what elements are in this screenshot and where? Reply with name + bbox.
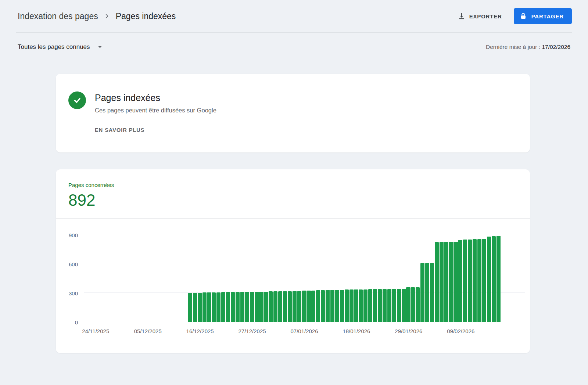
chart-y-tick-label: 300	[69, 290, 78, 296]
status-card: Pages indexées Ces pages peuvent être di…	[56, 74, 530, 152]
chart-bar[interactable]	[444, 242, 448, 322]
chart-bar[interactable]	[264, 292, 268, 322]
chart-x-tick-label: 29/01/2026	[395, 328, 422, 334]
chart-bar[interactable]	[221, 292, 225, 322]
export-button[interactable]: EXPORTER	[455, 9, 504, 23]
chart-bar[interactable]	[430, 263, 434, 322]
metric-block: Pages concernées 892	[56, 169, 530, 218]
chart-x-tick-label: 16/12/2025	[186, 328, 214, 334]
chart-y-tick-label: 900	[69, 232, 78, 238]
chart-bar[interactable]	[207, 292, 211, 322]
chart-bar[interactable]	[273, 291, 277, 322]
chart-bar[interactable]	[202, 292, 207, 322]
chart: 0300600900	[56, 219, 530, 322]
chart-bar[interactable]	[345, 289, 349, 322]
chart-bar[interactable]	[453, 242, 458, 322]
chart-bar[interactable]	[330, 290, 334, 322]
chart-bar[interactable]	[359, 289, 363, 322]
chevron-down-icon	[96, 43, 104, 51]
chart-bar[interactable]	[226, 292, 230, 322]
chart-bar[interactable]	[255, 292, 259, 322]
chart-bar[interactable]	[449, 242, 453, 322]
toolbar: Toutes les pages connues Dernière mise à…	[16, 33, 572, 51]
chart-bar[interactable]	[269, 291, 273, 322]
pages-filter-label: Toutes les pages connues	[18, 43, 90, 51]
page-title: Pages indexées	[116, 11, 176, 21]
chart-bar[interactable]	[440, 242, 444, 322]
chart-bar[interactable]	[406, 287, 410, 322]
breadcrumb: Indexation des pages Pages indexées	[16, 11, 176, 21]
chart-bar[interactable]	[473, 239, 477, 322]
chart-bar[interactable]	[188, 293, 192, 322]
chart-bar[interactable]	[293, 291, 297, 322]
chart-bar[interactable]	[193, 293, 197, 322]
chart-bar[interactable]	[326, 290, 330, 322]
chart-bar[interactable]	[468, 240, 472, 322]
breadcrumb-parent-link[interactable]: Indexation des pages	[18, 11, 98, 21]
last-update: Dernière mise à jour : 17/02/2026	[486, 44, 570, 50]
chart-x-tick-label: 24/11/2025	[82, 328, 109, 334]
chart-bar[interactable]	[306, 291, 311, 322]
chart-bar[interactable]	[363, 289, 368, 322]
chart-bar[interactable]	[236, 292, 240, 322]
chart-x-tick-label: 05/12/2025	[134, 328, 162, 334]
chart-bar[interactable]	[487, 237, 491, 322]
chart-bar[interactable]	[416, 287, 420, 322]
chart-bar[interactable]	[420, 263, 424, 322]
chart-bar[interactable]	[373, 289, 377, 322]
chart-bar[interactable]	[231, 292, 235, 322]
header-actions: EXPORTER PARTAGER	[455, 8, 572, 24]
chart-bar[interactable]	[245, 292, 249, 322]
chart-bar[interactable]	[482, 239, 486, 322]
chart-gridline	[84, 235, 525, 235]
chart-bar[interactable]	[392, 289, 396, 322]
export-button-label: EXPORTER	[469, 13, 502, 19]
chart-bar[interactable]	[383, 289, 387, 322]
chart-bar[interactable]	[259, 292, 263, 322]
chart-bar[interactable]	[463, 240, 467, 322]
chart-bar[interactable]	[378, 289, 382, 322]
learn-more-link[interactable]: EN SAVOIR PLUS	[95, 127, 144, 133]
share-button[interactable]: PARTAGER	[514, 8, 572, 24]
chart-bar[interactable]	[458, 240, 462, 322]
chart-x-labels: 24/11/202505/12/202516/12/202527/12/2025…	[84, 325, 525, 342]
chart-bar[interactable]	[411, 287, 415, 322]
chart-bar[interactable]	[368, 289, 372, 322]
chart-bar[interactable]	[340, 290, 344, 322]
chart-bar[interactable]	[387, 289, 391, 322]
status-card-body: Pages indexées Ces pages peuvent être di…	[95, 91, 216, 133]
chart-bar[interactable]	[288, 291, 292, 322]
chart-bar[interactable]	[278, 291, 282, 322]
chart-bar[interactable]	[216, 292, 220, 322]
chart-bar[interactable]	[496, 236, 501, 322]
metric-label: Pages concernées	[68, 182, 530, 188]
chart-bar[interactable]	[283, 291, 287, 322]
chart-bar[interactable]	[321, 290, 325, 322]
share-button-label: PARTAGER	[531, 13, 564, 19]
chart-bar[interactable]	[435, 242, 439, 322]
chart-bar[interactable]	[477, 239, 481, 322]
chart-bar[interactable]	[198, 293, 202, 322]
chart-bar[interactable]	[335, 290, 339, 322]
lock-icon	[520, 12, 527, 20]
chevron-right-icon	[103, 12, 111, 20]
chart-y-tick-label: 600	[69, 261, 78, 267]
chart-bar[interactable]	[212, 292, 216, 322]
chart-bar[interactable]	[250, 292, 254, 322]
chart-bar[interactable]	[354, 289, 358, 322]
page-header: Indexation des pages Pages indexées EXPO…	[16, 0, 572, 33]
metric-value: 892	[68, 191, 530, 209]
chart-bar[interactable]	[397, 289, 401, 322]
chart-bar[interactable]	[316, 290, 320, 322]
chart-bar[interactable]	[425, 263, 429, 322]
chart-bar[interactable]	[302, 291, 306, 322]
chart-x-tick-label: 07/01/2026	[290, 328, 318, 334]
chart-bar[interactable]	[349, 289, 354, 322]
chart-bar[interactable]	[240, 292, 244, 322]
chart-plot	[84, 227, 525, 322]
chart-bar[interactable]	[297, 291, 301, 322]
chart-bar[interactable]	[492, 236, 496, 322]
chart-bar[interactable]	[402, 289, 406, 322]
pages-filter-dropdown[interactable]: Toutes les pages connues	[18, 43, 104, 51]
chart-bar[interactable]	[311, 291, 315, 322]
